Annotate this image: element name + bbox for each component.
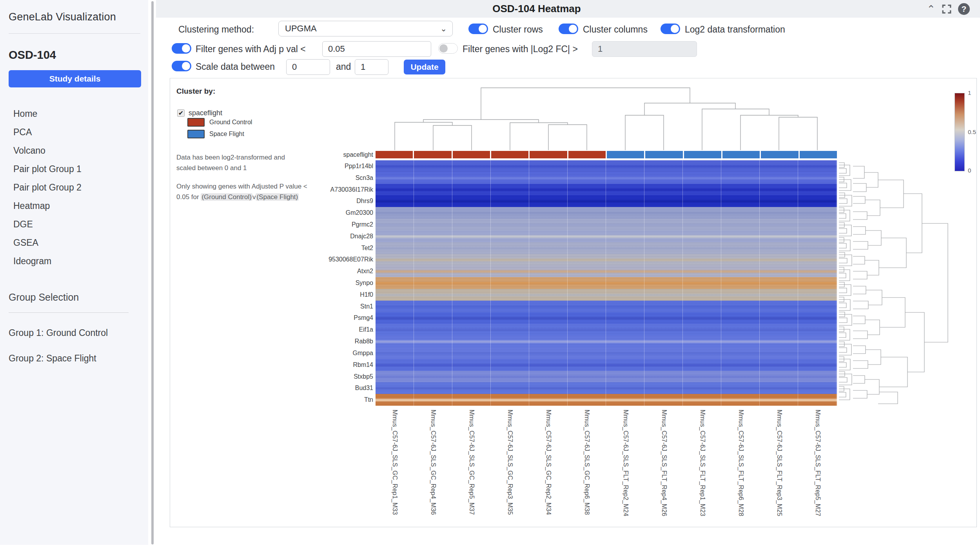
study-details-button[interactable]: Study details	[9, 70, 141, 87]
group-selection-heading: Group Selection	[9, 292, 140, 303]
sample-label-Mmus_C57-6J_SLS_GC_Rep4_M36: Mmus_C57-6J_SLS_GC_Rep4_M36	[430, 410, 437, 539]
sidebar-item-volcano[interactable]: Volcano	[9, 142, 140, 160]
study-id: OSD-104	[9, 49, 140, 62]
annotation-cell	[684, 151, 721, 158]
gene-label-Dhrs9: Dhrs9	[251, 195, 373, 207]
sample-label-Mmus_C57-6J_SLS_GC_Rep6_M38: Mmus_C57-6J_SLS_GC_Rep6_M38	[583, 410, 590, 539]
annotation-cell	[761, 151, 798, 158]
collapse-icon[interactable]: ⌃	[927, 4, 935, 15]
heatmap-row-Rab8b[interactable]	[376, 336, 837, 347]
heatmap-row-Eif1a[interactable]	[376, 324, 837, 336]
heatmap-row-Atxn2[interactable]	[376, 265, 837, 277]
heatmap-row-Ppp1r14bl[interactable]	[376, 160, 837, 172]
sidebar-item-home[interactable]: Home	[9, 105, 140, 123]
filter-fc-label: Filter genes with |Log2 FC| >	[463, 44, 578, 54]
controls-card: Clustering method: UPGMA ⌄ Cluster rows …	[170, 18, 977, 78]
heatmap-row-Gmppa[interactable]	[376, 347, 837, 359]
sidebar-divider	[9, 33, 140, 34]
scale-to-input[interactable]	[355, 59, 388, 75]
heatmap-row-Rbm14[interactable]	[376, 359, 837, 371]
heatmap-row-Gm20300[interactable]	[376, 207, 837, 219]
heatmap-row-H1f0[interactable]	[376, 289, 837, 301]
sidebar-item-pair-plot-group-1[interactable]: Pair plot Group 1	[9, 160, 140, 178]
sidebar-item-ideogram[interactable]: Ideogram	[9, 252, 140, 270]
sample-label-Mmus_C57-6J_SLS_FLT_Rep5_M27: Mmus_C57-6J_SLS_FLT_Rep5_M27	[814, 410, 821, 539]
page: GeneLab Visualization OSD-104 Study deta…	[0, 0, 980, 548]
heatmap-row-Tet2[interactable]	[376, 242, 837, 254]
heatmap-row-A730036I17Rik[interactable]	[376, 184, 837, 196]
legend-item-ground-control: Ground Control	[187, 118, 252, 127]
sample-label-Mmus_C57-6J_SLS_GC_Rep2_M34: Mmus_C57-6J_SLS_GC_Rep2_M34	[545, 410, 552, 539]
clustering-method-label: Clustering method:	[178, 24, 254, 35]
heatmap-row-Stxbp5[interactable]	[376, 371, 837, 383]
gene-label-Atxn2: Atxn2	[251, 265, 373, 277]
annotation-cell	[607, 151, 644, 158]
gene-label-Eif1a: Eif1a	[251, 324, 373, 336]
clustering-method-select[interactable]: UPGMA ⌄	[278, 21, 453, 36]
heatmap-row-Dnajc28[interactable]	[376, 230, 837, 242]
cluster-rows-toggle[interactable]	[468, 24, 488, 34]
transform-note-line2: scaled between 0 and 1	[176, 164, 247, 172]
gene-label-Gm20300: Gm20300	[251, 207, 373, 219]
ground-control-swatch	[187, 118, 205, 127]
gene-label-Ttn: Ttn	[251, 394, 373, 406]
gene-label-Dnajc28: Dnajc28	[251, 230, 373, 242]
sample-label-Mmus_C57-6J_SLS_GC_Rep3_M35: Mmus_C57-6J_SLS_GC_Rep3_M35	[506, 410, 514, 539]
header-icons: ⌃ ?	[927, 3, 970, 15]
gene-label-Stn1: Stn1	[251, 301, 373, 312]
fullscreen-icon[interactable]	[942, 4, 952, 14]
sample-label-Mmus_C57-6J_SLS_FLT_Rep2_M24: Mmus_C57-6J_SLS_FLT_Rep2_M24	[622, 410, 629, 539]
heatmap-row-Stn1[interactable]	[376, 301, 837, 312]
heatmap-row-Psmg4[interactable]	[376, 312, 837, 324]
sidebar-item-gsea[interactable]: GSEA	[9, 234, 140, 252]
annotation-cell	[491, 151, 528, 158]
heatmap-body[interactable]	[376, 160, 837, 406]
ground-control-label: Ground Control	[209, 119, 252, 126]
log2-toggle[interactable]	[661, 24, 680, 34]
space-flight-swatch	[187, 130, 205, 138]
heatmap-row-Dhrs9[interactable]	[376, 195, 837, 207]
heatmap-row-Scn3a[interactable]	[376, 172, 837, 184]
spaceflight-annotation-bar	[376, 151, 837, 158]
gene-label-Gmppa: Gmppa	[251, 347, 373, 359]
log2-label: Log2 data transformation	[685, 24, 785, 35]
sidebar-item-pair-plot-group-2[interactable]: Pair plot Group 2	[9, 178, 140, 197]
annotation-cell	[376, 151, 413, 158]
gene-label-Pgrmc2: Pgrmc2	[251, 219, 373, 230]
fc-input[interactable]	[592, 41, 697, 57]
filter-fc-toggle[interactable]	[438, 43, 458, 54]
sidebar: GeneLab Visualization OSD-104 Study deta…	[0, 0, 148, 545]
update-button[interactable]: Update	[404, 60, 445, 74]
spaceflight-checkbox[interactable]: ✔	[177, 109, 185, 117]
annotation-cell	[530, 151, 567, 158]
group2-label: Group 2: Space Flight	[9, 353, 140, 364]
sidebar-item-dge[interactable]: DGE	[9, 215, 140, 234]
cluster-columns-toggle[interactable]	[559, 24, 578, 34]
heatmap-row-9530068E07Rik[interactable]	[376, 254, 837, 266]
heatmap-row-Ttn[interactable]	[376, 394, 837, 406]
sidebar-nav: HomePCAVolcanoPair plot Group 1Pair plot…	[9, 105, 140, 270]
gene-label-Stxbp5: Stxbp5	[251, 371, 373, 383]
sidebar-scrollbar[interactable]	[151, 1, 154, 544]
heatmap-row-Bud31[interactable]	[376, 382, 837, 394]
sample-label-Mmus_C57-6J_SLS_FLT_Rep6_M28: Mmus_C57-6J_SLS_FLT_Rep6_M28	[737, 410, 744, 539]
sidebar-item-heatmap[interactable]: Heatmap	[9, 197, 140, 215]
scale-toggle[interactable]	[172, 61, 191, 71]
filter-adj-toggle[interactable]	[172, 43, 191, 54]
annotation-cell	[645, 151, 682, 158]
gene-labels: Ppp1r14blScn3aA730036I17RikDhrs9Gm20300P…	[251, 160, 373, 406]
sidebar-item-pca[interactable]: PCA	[9, 123, 140, 142]
adj-pval-input[interactable]	[322, 41, 431, 57]
group1-label: Group 1: Ground Control	[9, 328, 140, 338]
colorbar	[955, 93, 965, 171]
gene-label-Scn3a: Scn3a	[251, 172, 373, 184]
spaceflight-checkbox-row: ✔ spaceflight	[177, 109, 222, 117]
cluster-columns-label: Cluster columns	[583, 24, 648, 35]
heatmap-row-Pgrmc2[interactable]	[376, 219, 837, 230]
group-selection-divider	[9, 312, 129, 313]
heatmap-row-Synpo[interactable]	[376, 277, 837, 289]
clustering-method-value: UPGMA	[285, 24, 317, 33]
scale-from-input[interactable]	[286, 59, 330, 75]
gene-label-Bud31: Bud31	[251, 382, 373, 394]
help-icon[interactable]: ?	[958, 3, 970, 15]
